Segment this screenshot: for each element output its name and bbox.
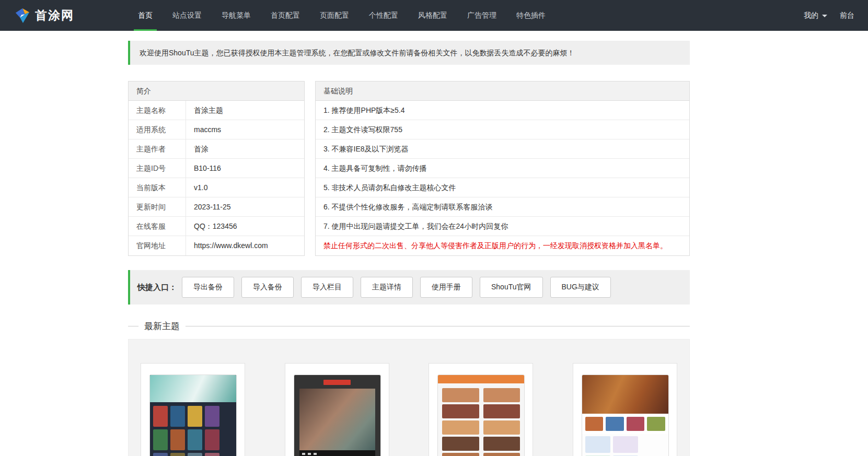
top-navbar: 首涂网 首页 站点设置 导航菜单 首页配置 页面配置 个性配置 风格配置 广告管… xyxy=(0,0,868,31)
theme-card[interactable] xyxy=(285,363,389,456)
theme-card-list xyxy=(141,363,677,456)
my-dropdown-label: 我的 xyxy=(804,11,818,20)
nav-item-home[interactable]: 首页 xyxy=(128,0,163,31)
note-item: 1. 推荐使用PHP版本≥5.4 xyxy=(316,101,689,120)
quick-entry-bar: 快捷入口： 导出备份 导入备份 导入栏目 主题详情 使用手册 ShouTu官网 … xyxy=(128,270,690,305)
bug-suggest-button[interactable]: BUG与建议 xyxy=(550,277,611,298)
table-row: 主题ID号 B10-116 xyxy=(129,159,304,178)
table-row: 当前版本 v1.0 xyxy=(129,178,304,197)
note-item: 7. 使用中出现问题请提交工单，我们会在24小时内回复你 xyxy=(316,217,689,236)
table-row: 主题名称 首涂主题 xyxy=(129,101,304,120)
intro-row-value: v1.0 xyxy=(186,178,207,197)
table-row: 适用系统 maccms xyxy=(129,120,304,139)
intro-row-value: 首涂 xyxy=(186,139,209,158)
theme-preview-image xyxy=(437,375,525,456)
logo-icon xyxy=(15,8,30,24)
latest-themes-heading: 最新主题 xyxy=(128,321,690,332)
quick-entry-label: 快捷入口： xyxy=(137,283,177,293)
caret-down-icon xyxy=(822,15,827,17)
preview-banner xyxy=(150,375,236,402)
note-item: 6. 不提供个性化修改服务，高端定制请联系客服洽谈 xyxy=(316,197,689,217)
table-row: 主题作者 首涂 xyxy=(129,139,304,159)
intro-row-label: 适用系统 xyxy=(129,120,186,139)
manual-button[interactable]: 使用手册 xyxy=(420,277,472,298)
theme-preview-image xyxy=(294,375,381,456)
intro-panel: 简介 主题名称 首涂主题 适用系统 maccms 主题作者 首涂 主题ID号 B… xyxy=(128,81,305,256)
site-logo[interactable]: 首涂网 xyxy=(0,0,128,31)
intro-row-value: 首涂主题 xyxy=(186,101,223,120)
import-backup-button[interactable]: 导入备份 xyxy=(241,277,294,298)
front-site-label: 前台 xyxy=(840,11,854,20)
theme-card[interactable] xyxy=(429,363,533,456)
main-nav: 首页 站点设置 导航菜单 首页配置 页面配置 个性配置 风格配置 广告管理 特色… xyxy=(128,0,555,31)
intro-row-label: 更新时间 xyxy=(129,197,186,216)
note-item: 3. 不兼容IE8及以下浏览器 xyxy=(316,139,689,159)
theme-preview-image xyxy=(149,375,237,456)
logo-text: 首涂网 xyxy=(35,7,74,24)
note-item: 5. 非技术人员请勿私自修改主题核心文件 xyxy=(316,178,689,197)
theme-card[interactable] xyxy=(141,363,245,456)
preview-player-bar xyxy=(299,450,375,456)
official-site-button[interactable]: ShouTu官网 xyxy=(480,277,543,298)
intro-row-label: 主题ID号 xyxy=(129,159,186,178)
export-backup-button[interactable]: 导出备份 xyxy=(182,277,234,298)
preview-red-tag xyxy=(323,380,351,385)
latest-themes-panel xyxy=(128,339,690,456)
preview-header-strip xyxy=(438,375,524,383)
welcome-alert: 欢迎使用ShouTu主题，您已获得授权使用本主题管理系统，在您配置或修改文件前请… xyxy=(128,41,690,65)
notes-panel: 基础说明 1. 推荐使用PHP版本≥5.4 2. 主题文件读写权限755 3. … xyxy=(315,81,690,256)
welcome-text: 欢迎使用ShouTu主题，您已获得授权使用本主题管理系统，在您配置或修改文件前请… xyxy=(140,49,575,57)
notes-panel-title: 基础说明 xyxy=(316,81,689,101)
front-site-link[interactable]: 前台 xyxy=(840,11,854,20)
theme-detail-button[interactable]: 主题详情 xyxy=(361,277,413,298)
divider xyxy=(128,326,138,326)
theme-card[interactable] xyxy=(573,363,677,456)
import-columns-button[interactable]: 导入栏目 xyxy=(301,277,353,298)
divider xyxy=(186,326,690,326)
main-content: 欢迎使用ShouTu主题，您已获得授权使用本主题管理系统，在您配置或修改文件前请… xyxy=(128,31,690,456)
section-title-text: 最新主题 xyxy=(144,320,180,332)
nav-item-plugins[interactable]: 特色插件 xyxy=(506,0,555,31)
my-dropdown[interactable]: 我的 xyxy=(804,11,827,20)
intro-row-value: maccms xyxy=(186,120,221,139)
table-row: 在线客服 QQ：123456 xyxy=(129,217,304,236)
nav-item-home-config[interactable]: 首页配置 xyxy=(261,0,310,31)
intro-row-label: 主题名称 xyxy=(129,101,186,120)
intro-row-label: 当前版本 xyxy=(129,178,186,197)
preview-video-frame xyxy=(299,389,375,450)
table-row: 官网地址 https://www.dkewl.com xyxy=(129,236,304,255)
preview-artwork xyxy=(582,375,668,414)
intro-row-value: QQ：123456 xyxy=(186,217,237,236)
preview-phone-columns xyxy=(438,383,524,456)
preview-thumbnails xyxy=(582,414,668,434)
official-site-url: https://www.dkewl.com xyxy=(186,236,268,255)
preview-body-cards xyxy=(582,434,668,456)
intro-row-label: 在线客服 xyxy=(129,217,186,236)
info-panels: 简介 主题名称 首涂主题 适用系统 maccms 主题作者 首涂 主题ID号 B… xyxy=(128,81,690,256)
theme-preview-image xyxy=(582,375,669,456)
navbar-right: 我的 前台 xyxy=(804,0,868,31)
intro-row-label: 官网地址 xyxy=(129,236,186,255)
nav-item-style-config[interactable]: 风格配置 xyxy=(408,0,457,31)
intro-panel-title: 简介 xyxy=(129,81,304,101)
nav-item-site-settings[interactable]: 站点设置 xyxy=(163,0,212,31)
nav-item-ad-manage[interactable]: 广告管理 xyxy=(457,0,506,31)
preview-poster-grid xyxy=(150,402,236,456)
note-warning: 禁止任何形式的二次出售、分享他人等侵害作者及正版用户的行为，一经发现取消授权资格… xyxy=(316,236,689,255)
intro-row-value: 2023-11-25 xyxy=(186,197,231,216)
nav-item-personal-config[interactable]: 个性配置 xyxy=(359,0,408,31)
nav-item-page-config[interactable]: 页面配置 xyxy=(310,0,359,31)
table-row: 更新时间 2023-11-25 xyxy=(129,197,304,217)
intro-row-label: 主题作者 xyxy=(129,139,186,158)
note-item: 4. 主题具备可复制性，请勿传播 xyxy=(316,159,689,178)
note-item: 2. 主题文件读写权限755 xyxy=(316,120,689,139)
intro-row-value: B10-116 xyxy=(186,159,221,178)
nav-item-nav-menu[interactable]: 导航菜单 xyxy=(212,0,261,31)
